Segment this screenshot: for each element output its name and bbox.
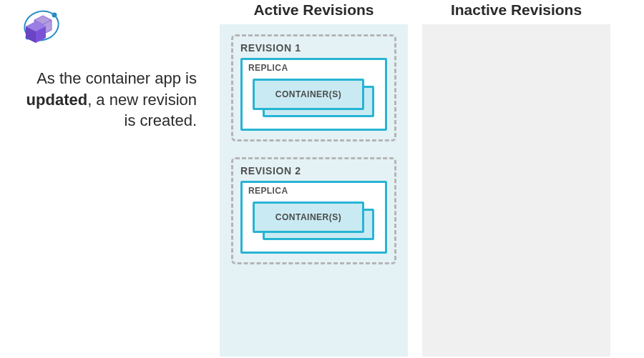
replica-label: REPLICA: [248, 186, 379, 196]
revision-title: REVISION 2: [240, 165, 387, 176]
container-front: CONTAINER(S): [253, 202, 364, 233]
revision-box: REVISION 2 REPLICA CONTAINER(S): [231, 157, 396, 264]
revision-box: REVISION 1 REPLICA CONTAINER(S): [231, 34, 396, 141]
description-pre: As the container app is: [36, 69, 197, 87]
active-revisions-column: REVISION 1 REPLICA CONTAINER(S) REVISION…: [220, 24, 408, 357]
replica-box: REPLICA CONTAINER(S): [240, 181, 387, 254]
containers-stack: CONTAINER(S): [253, 79, 379, 120]
revision-title: REVISION 1: [240, 42, 387, 54]
description-bold: updated: [26, 91, 88, 109]
container-label: CONTAINER(S): [275, 212, 341, 222]
replica-label: REPLICA: [248, 63, 379, 73]
active-revisions-header: Active Revisions: [220, 1, 408, 19]
description-post: , a new revision is created.: [87, 91, 197, 130]
container-label: CONTAINER(S): [275, 89, 341, 99]
diagram-canvas: As the container app is updated, a new r…: [0, 0, 644, 358]
replica-box: REPLICA CONTAINER(S): [240, 58, 387, 131]
inactive-revisions-header: Inactive Revisions: [422, 1, 610, 19]
description-text: As the container app is updated, a new r…: [25, 68, 197, 131]
inactive-revisions-column: [422, 24, 610, 357]
azure-container-apps-icon: [14, 6, 62, 45]
svg-point-1: [52, 13, 57, 18]
container-front: CONTAINER(S): [253, 79, 364, 110]
containers-stack: CONTAINER(S): [253, 202, 379, 243]
